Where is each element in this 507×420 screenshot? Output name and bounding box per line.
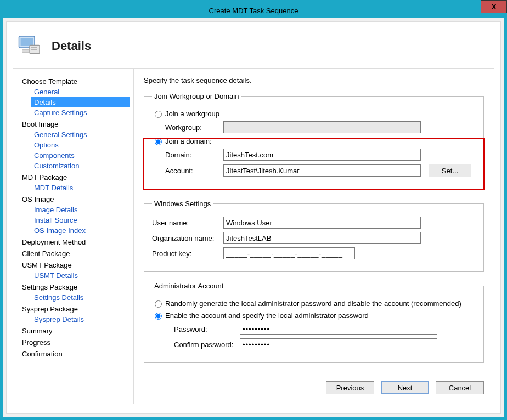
set-account-button[interactable]: Set...: [429, 164, 471, 177]
svg-rect-4: [31, 49, 37, 50]
sidebar-item-install-source[interactable]: Install Source: [31, 215, 130, 225]
sidebar-cat-deployment-method: Deployment Method: [21, 237, 130, 247]
wizard-footer: Previous Next Cancel: [326, 381, 484, 394]
next-button[interactable]: Next: [381, 381, 429, 394]
close-button[interactable]: X: [481, 0, 507, 13]
sidebar-item-options[interactable]: Options: [31, 140, 130, 150]
orgname-label: Organization name:: [152, 234, 223, 242]
sidebar-item-general-settings[interactable]: General Settings: [31, 129, 130, 140]
instruction-text: Specify the task sequence details.: [144, 76, 484, 84]
windows-settings-group: Windows Settings User name: Organization…: [144, 200, 484, 272]
password-label: Password:: [174, 325, 240, 333]
sidebar: Choose TemplateGeneralDetailsCapture Set…: [13, 69, 134, 404]
sidebar-cat-choose-template: Choose Template: [21, 76, 130, 87]
sidebar-cat-summary: Summary: [21, 326, 130, 336]
svg-rect-5: [22, 49, 29, 53]
wizard-header: Details: [13, 29, 494, 69]
admin-enable-radio[interactable]: [155, 313, 162, 320]
admin-random-radio[interactable]: [155, 300, 162, 308]
sidebar-item-details[interactable]: Details: [31, 97, 130, 107]
sidebar-item-sysprep-details[interactable]: Sysprep Details: [31, 314, 130, 325]
join-workgroup-domain-group: Join Workgroup or Domain Join a workgrou…: [144, 92, 484, 190]
join-domain-radio[interactable]: [155, 138, 162, 145]
productkey-label: Product key:: [152, 249, 223, 258]
windows-legend: Windows Settings: [152, 200, 213, 208]
join-legend: Join Workgroup or Domain: [152, 92, 241, 100]
cancel-button[interactable]: Cancel: [436, 381, 484, 394]
titlebar: Create MDT Task Sequence X: [3, 3, 504, 18]
join-domain-radio-label: Join a domain:: [165, 137, 212, 145]
sidebar-item-image-details[interactable]: Image Details: [31, 205, 130, 215]
sidebar-cat-sysprep-package: Sysprep Package: [21, 304, 130, 314]
password-input[interactable]: [240, 323, 437, 335]
admin-random-radio-label: Randomly generate the local administrato…: [165, 299, 461, 308]
workgroup-input: [223, 121, 421, 133]
confirm-password-input[interactable]: [240, 338, 437, 350]
sidebar-item-customization[interactable]: Customization: [31, 161, 130, 171]
username-input[interactable]: [223, 217, 421, 229]
sidebar-cat-mdt-package: MDT Package: [21, 172, 130, 183]
previous-button[interactable]: Previous: [326, 381, 374, 394]
sidebar-cat-progress: Progress: [21, 337, 130, 348]
orgname-input[interactable]: [223, 232, 421, 244]
account-input[interactable]: [223, 164, 421, 177]
svg-rect-3: [31, 47, 37, 48]
account-label: Account:: [165, 167, 223, 175]
domain-input[interactable]: [223, 149, 421, 161]
sidebar-cat-client-package: Client Package: [21, 248, 130, 259]
join-workgroup-radio-label: Join a workgroup: [165, 110, 219, 118]
window-title: Create MDT Task Sequence: [3, 7, 504, 15]
sidebar-item-usmt-details[interactable]: USMT Details: [31, 270, 130, 281]
sidebar-cat-confirmation: Confirmation: [21, 349, 130, 359]
admin-enable-radio-label: Enable the account and specify the local…: [165, 311, 369, 320]
computer-icon: [16, 33, 43, 59]
join-workgroup-radio[interactable]: [155, 111, 162, 118]
sidebar-item-mdt-details[interactable]: MDT Details: [31, 183, 130, 193]
sidebar-item-components[interactable]: Components: [31, 150, 130, 161]
sidebar-item-settings-details[interactable]: Settings Details: [31, 292, 130, 303]
sidebar-cat-settings-package: Settings Package: [21, 282, 130, 292]
page-title: Details: [52, 39, 91, 53]
sidebar-item-capture-settings[interactable]: Capture Settings: [31, 107, 130, 118]
domain-label: Domain:: [165, 151, 223, 159]
username-label: User name:: [152, 219, 223, 227]
admin-account-group: Administrator Account Randomly generate …: [144, 282, 484, 363]
sidebar-cat-os-image: OS Image: [21, 194, 130, 205]
close-icon: X: [492, 3, 497, 11]
sidebar-item-os-image-index[interactable]: OS Image Index: [31, 225, 130, 236]
confirm-password-label: Confirm password:: [174, 340, 240, 349]
workgroup-label: Workgroup:: [165, 123, 223, 132]
wizard-window: Create MDT Task Sequence X Details Choos…: [0, 0, 507, 420]
sidebar-cat-usmt-package: USMT Package: [21, 260, 130, 270]
content-area: Specify the task sequence details. Join …: [134, 69, 494, 404]
sidebar-cat-boot-image: Boot Image: [21, 119, 130, 129]
admin-legend: Administrator Account: [152, 282, 226, 290]
sidebar-item-general[interactable]: General: [31, 87, 130, 97]
productkey-input[interactable]: [223, 247, 355, 259]
